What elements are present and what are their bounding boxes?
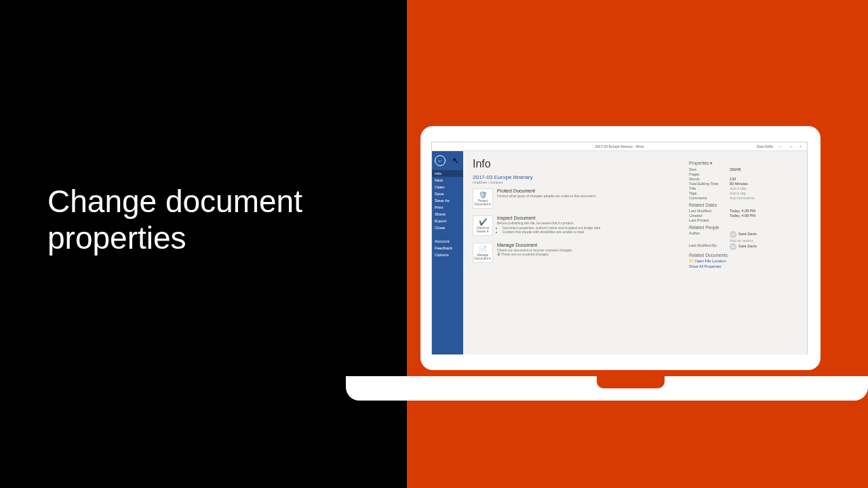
prop-comments: CommentsAdd comments bbox=[689, 196, 797, 200]
author-row: Author SDSara Davis bbox=[689, 231, 797, 238]
manage-document-button[interactable]: 📄 Manage Document ▾ bbox=[473, 243, 493, 263]
check-for-issues-label: Check for Issues ▾ bbox=[473, 226, 492, 234]
title-bar: 2017-03 Europe Itinerary - Word Sara Dav… bbox=[432, 142, 807, 151]
sidebar-item-export[interactable]: Export bbox=[432, 218, 463, 224]
sidebar-item-info[interactable]: Info bbox=[432, 170, 463, 177]
sidebar-item-save-as[interactable]: Save As bbox=[432, 197, 463, 204]
sidebar-item-account[interactable]: Account bbox=[432, 238, 463, 245]
avatar-icon: SD bbox=[730, 243, 736, 250]
protect-document-tile: 🛡️ Protect Document ▾ Protect Document C… bbox=[473, 188, 684, 209]
protect-document-title: Protect Document bbox=[497, 188, 596, 193]
close-button[interactable]: × bbox=[800, 144, 805, 148]
sidebar-item-options[interactable]: Options bbox=[432, 251, 463, 258]
last-modified-by-row: Last Modified By SDSara Davis bbox=[689, 243, 797, 250]
back-button[interactable]: ← bbox=[435, 155, 446, 166]
sidebar-item-new[interactable]: New bbox=[432, 177, 463, 184]
protect-document-button[interactable]: 🛡️ Protect Document ▾ bbox=[473, 188, 493, 209]
inspect-document-title: Inspect Document bbox=[497, 216, 600, 220]
window-title: 2017-03 Europe Itinerary - Word bbox=[595, 142, 644, 150]
check-icon: ✔️ bbox=[473, 218, 492, 226]
check-for-issues-button[interactable]: ✔️ Check for Issues ▾ bbox=[473, 216, 493, 236]
properties-heading[interactable]: Properties ▾ bbox=[689, 161, 797, 166]
prop-tags: TagsAdd a tag bbox=[689, 191, 797, 195]
avatar-icon: SD bbox=[730, 231, 736, 238]
manage-document-label: Manage Document ▾ bbox=[473, 253, 492, 261]
prop-title: TitleAdd a title bbox=[689, 186, 797, 190]
restore-button[interactable]: □ bbox=[790, 144, 795, 148]
slide-headline: Change documentproperties bbox=[47, 183, 302, 256]
prop-words: Words133 bbox=[689, 177, 797, 181]
sidebar-item-print[interactable]: Print bbox=[432, 204, 463, 211]
word-backstage-window: ↖ 2017-03 Europe Itinerary - Word Sara D… bbox=[431, 142, 808, 354]
prop-size: Size256KB bbox=[689, 167, 797, 171]
properties-panel: Properties ▾ Size256KB Pages Words133 To… bbox=[689, 158, 797, 348]
sidebar-item-share[interactable]: Share bbox=[432, 211, 463, 218]
date-last-modified: Last ModifiedToday, 4:28 PM bbox=[689, 209, 797, 213]
laptop-touchpad bbox=[597, 376, 665, 388]
sidebar-item-save[interactable]: Save bbox=[432, 190, 463, 197]
date-last-printed: Last Printed bbox=[689, 218, 797, 222]
help-button[interactable]: ? bbox=[769, 144, 774, 148]
date-created: CreatedToday, 4:08 PM bbox=[689, 214, 797, 218]
protect-document-desc: Control what types of changes people can… bbox=[497, 194, 596, 198]
document-name: 2017-03 Europe Itinerary bbox=[473, 174, 684, 180]
manage-document-sub: ⦿ There are no unsaved changes. bbox=[497, 252, 573, 256]
sidebar-item-feedback[interactable]: Feedback bbox=[432, 245, 463, 251]
inspect-bullet-2: Content that people with disabilities ar… bbox=[502, 230, 600, 234]
document-path: OneDrive › Contoso bbox=[473, 180, 684, 184]
backstage-sidebar: ← Info New Open Save Save As Print Share… bbox=[432, 151, 463, 354]
shield-icon: 🛡️ bbox=[473, 191, 492, 199]
inspect-document-tile: ✔️ Check for Issues ▾ Inspect Document B… bbox=[473, 216, 684, 236]
add-author-link[interactable]: Add an author bbox=[730, 239, 753, 243]
sidebar-item-open[interactable]: Open bbox=[432, 184, 463, 190]
prop-pages: Pages bbox=[689, 172, 797, 176]
manage-document-title: Manage Document bbox=[497, 243, 573, 247]
laptop-screen: ↖ 2017-03 Europe Itinerary - Word Sara D… bbox=[420, 126, 821, 370]
protect-document-label: Protect Document ▾ bbox=[473, 199, 492, 207]
open-file-location-link[interactable]: 📁 Open File Location bbox=[689, 259, 797, 263]
document-icon: 📄 bbox=[473, 245, 492, 253]
page-heading: Info bbox=[473, 158, 684, 170]
related-dates-heading: Related Dates bbox=[689, 203, 797, 207]
related-people-heading: Related People bbox=[689, 225, 797, 230]
inspect-document-desc: Before publishing this file, be aware th… bbox=[497, 221, 600, 225]
manage-document-tile: 📄 Manage Document ▾ Manage Document Chec… bbox=[473, 243, 684, 263]
related-documents-heading: Related Documents bbox=[689, 253, 797, 258]
prop-edit-time: Total Editing Time83 Minutes bbox=[689, 182, 797, 186]
minimize-button[interactable]: — bbox=[778, 144, 785, 148]
sidebar-item-close[interactable]: Close bbox=[432, 224, 463, 231]
show-all-properties-link[interactable]: Show All Properties bbox=[689, 264, 797, 268]
